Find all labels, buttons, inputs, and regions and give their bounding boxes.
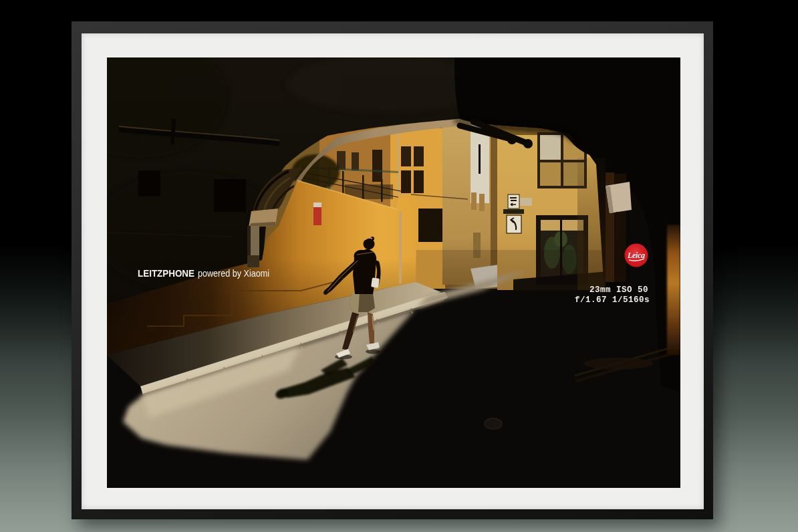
svg-text:powered by Xiaomi: powered by Xiaomi (198, 267, 269, 279)
svg-text:LEITZPHONE: LEITZPHONE (138, 267, 194, 279)
svg-text:23mm ISO 50: 23mm ISO 50 (589, 285, 648, 295)
svg-text:Leica: Leica (627, 251, 645, 259)
svg-text:f/1.67 1/5160s: f/1.67 1/5160s (575, 295, 650, 305)
